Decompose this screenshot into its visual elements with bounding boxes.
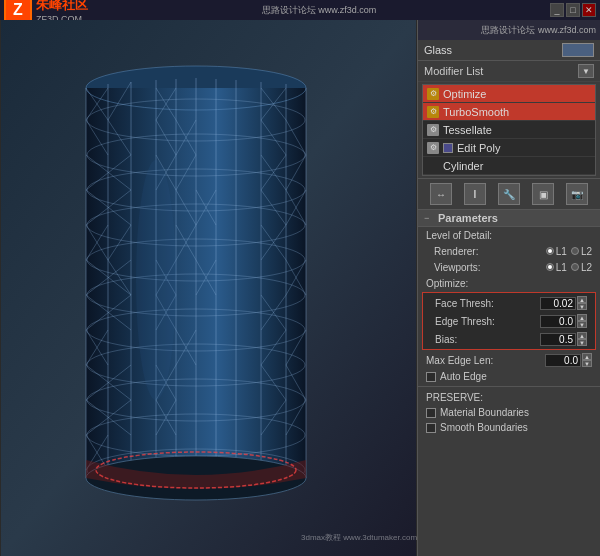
auto-edge-label: Auto Edge (440, 371, 487, 382)
modifier-editpoly[interactable]: ⚙ Edit Poly (423, 139, 595, 157)
max-edge-len-label: Max Edge Len: (426, 355, 545, 366)
material-boundaries-row: Material Boundaries (418, 405, 600, 420)
face-thresh-up[interactable]: ▲ (577, 296, 587, 303)
panel-header: 思路设计论坛 www.zf3d.com (418, 20, 600, 40)
bias-up[interactable]: ▲ (577, 332, 587, 339)
right-panel: 思路设计论坛 www.zf3d.com Glass Modifier List … (417, 20, 600, 556)
modifier-turbosmooth[interactable]: ⚙ TurboSmooth (423, 103, 595, 121)
tessellate-icon: ⚙ (427, 124, 439, 136)
edge-thresh-arrows: ▲ ▼ (577, 314, 587, 328)
edge-thresh-label: Edge Thresh: (431, 316, 540, 327)
modifier-optimize[interactable]: ⚙ Optimize (423, 85, 595, 103)
material-row: Glass (418, 40, 600, 61)
modifier-list-dropdown[interactable]: ▼ (578, 64, 594, 78)
optimize-label-row: Optimize: (418, 275, 600, 291)
bias-down[interactable]: ▼ (577, 339, 587, 346)
max-edge-len-input[interactable] (545, 354, 581, 367)
viewports-l1-label: L1 (556, 262, 567, 273)
viewports-l1-radio[interactable]: L1 (546, 262, 567, 273)
edge-thresh-up[interactable]: ▲ (577, 314, 587, 321)
window-controls[interactable]: _ □ ✕ (550, 3, 596, 17)
optimize-label: Optimize (443, 88, 486, 100)
material-name: Glass (424, 44, 452, 56)
close-button[interactable]: ✕ (582, 3, 596, 17)
renderer-l1-label: L1 (556, 246, 567, 257)
parameters-title: Parameters (438, 212, 498, 224)
svg-text:3dmax教程 www.3dtumaker.com: 3dmax教程 www.3dtumaker.com (301, 533, 417, 542)
max-edge-len-row: Max Edge Len: ▲ ▼ (418, 351, 600, 369)
renderer-l2-label: L2 (581, 246, 592, 257)
material-boundaries-checkbox[interactable] (426, 408, 436, 418)
viewports-label: Viewports: (426, 262, 546, 273)
title-bar: Z 朱峰社区 ZF3D.COM 思路设计论坛 www.zf3d.com _ □ … (0, 0, 600, 20)
edge-thresh-down[interactable]: ▼ (577, 321, 587, 328)
viewport[interactable]: 3dmax教程 www.3dtumaker.com (0, 20, 417, 556)
face-thresh-input[interactable] (540, 297, 576, 310)
parameters-header[interactable]: − Parameters (418, 210, 600, 227)
level-of-detail-label: Level of Detail: (426, 230, 592, 241)
viewport-3d: 3dmax教程 www.3dtumaker.com (0, 20, 417, 556)
material-color-swatch[interactable] (562, 43, 594, 57)
svg-point-101 (136, 160, 176, 400)
main-layout: 3dmax教程 www.3dtumaker.com 思路设计论坛 www.zf3… (0, 20, 600, 556)
modifier-list-label: Modifier List (424, 65, 483, 77)
renderer-l2-dot (571, 247, 579, 255)
viewports-l1-dot (546, 263, 554, 271)
subtitle-text: 思路设计论坛 www.zf3d.com (88, 4, 550, 17)
edge-thresh-input[interactable] (540, 315, 576, 328)
face-thresh-label: Face Thresh: (431, 298, 540, 309)
tool-wrench-button[interactable]: 🔧 (498, 183, 520, 205)
smooth-boundaries-row: Smooth Boundaries (418, 420, 600, 435)
smooth-boundaries-label: Smooth Boundaries (440, 422, 528, 433)
renderer-radio-group: L1 L2 (546, 246, 592, 257)
viewports-row: Viewports: L1 L2 (418, 259, 600, 275)
face-thresh-arrows: ▲ ▼ (577, 296, 587, 310)
face-thresh-down[interactable]: ▼ (577, 303, 587, 310)
level-of-detail-row: Level of Detail: (418, 227, 600, 243)
renderer-l1-dot (546, 247, 554, 255)
modifier-cylinder[interactable]: Cylinder (423, 157, 595, 175)
renderer-label: Renderer: (426, 246, 546, 257)
preserve-label-row: PRESERVE: (418, 389, 600, 405)
modifier-stack: ⚙ Optimize ⚙ TurboSmooth ⚙ Tessellate ⚙ … (422, 84, 596, 176)
edge-thresh-row: Edge Thresh: ▲ ▼ (427, 312, 591, 330)
bias-input[interactable] (540, 333, 576, 346)
maximize-button[interactable]: □ (566, 3, 580, 17)
face-thresh-row: Face Thresh: ▲ ▼ (427, 294, 591, 312)
minimize-button[interactable]: _ (550, 3, 564, 17)
tool-camera-button[interactable]: 📷 (566, 183, 588, 205)
smooth-boundaries-checkbox[interactable] (426, 423, 436, 433)
viewports-radio-group: L1 L2 (546, 262, 592, 273)
bias-label: Bias: (431, 334, 540, 345)
tool-insert-button[interactable]: I (464, 183, 486, 205)
max-edge-len-down[interactable]: ▼ (582, 360, 592, 367)
bias-arrows: ▲ ▼ (577, 332, 587, 346)
collapse-icon: − (424, 213, 434, 223)
tool-box-button[interactable]: ▣ (532, 183, 554, 205)
optimize-section-label: Optimize: (426, 278, 592, 289)
max-edge-len-up[interactable]: ▲ (582, 353, 592, 360)
auto-edge-checkbox[interactable] (426, 372, 436, 382)
brand-main: 朱峰社区 (36, 0, 88, 14)
modifier-list-header: Modifier List ▼ (418, 61, 600, 82)
viewports-l2-radio[interactable]: L2 (571, 262, 592, 273)
editpoly-label: Edit Poly (457, 142, 500, 154)
turbosmooth-label: TurboSmooth (443, 106, 509, 118)
optimize-icon: ⚙ (427, 88, 439, 100)
modifier-toolbar: ↔ I 🔧 ▣ 📷 (418, 178, 600, 210)
bias-row: Bias: ▲ ▼ (427, 330, 591, 348)
tessellate-label: Tessellate (443, 124, 492, 136)
renderer-l1-radio[interactable]: L1 (546, 246, 567, 257)
editpoly-icon: ⚙ (427, 142, 439, 154)
modifier-tessellate[interactable]: ⚙ Tessellate (423, 121, 595, 139)
renderer-l2-radio[interactable]: L2 (571, 246, 592, 257)
cylinder-label: Cylinder (443, 160, 483, 172)
material-boundaries-label: Material Boundaries (440, 407, 529, 418)
editpoly-box-icon (443, 143, 453, 153)
turbosmooth-icon: ⚙ (427, 106, 439, 118)
renderer-row: Renderer: L1 L2 (418, 243, 600, 259)
divider-1 (418, 386, 600, 387)
tool-pin-button[interactable]: ↔ (430, 183, 452, 205)
viewports-l2-label: L2 (581, 262, 592, 273)
parameters-section: − Parameters Level of Detail: Renderer: … (418, 210, 600, 556)
